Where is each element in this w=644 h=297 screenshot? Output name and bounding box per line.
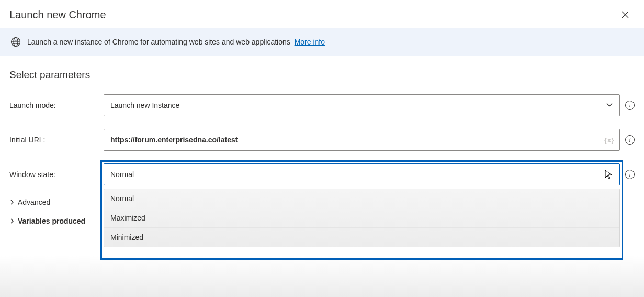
- input-initial-url-value: https://forum.enterprisedna.co/latest: [110, 136, 238, 144]
- expander-variables-label: Variables produced: [18, 217, 85, 225]
- globe-icon: [10, 37, 21, 47]
- info-banner: Launch a new instance of Chrome for auto…: [0, 28, 644, 56]
- select-window-state[interactable]: Normal: [104, 163, 620, 185]
- dialog-title: Launch new Chrome: [9, 9, 106, 21]
- info-icon-window-state[interactable]: i: [625, 170, 635, 179]
- banner-description: Launch a new instance of Chrome for auto…: [27, 38, 290, 46]
- dialog: Launch new Chrome Launch a new instance …: [0, 0, 644, 297]
- row-initial-url: Initial URL: https://forum.enterprisedna…: [9, 129, 635, 151]
- variable-token-icon[interactable]: {x}: [604, 136, 614, 144]
- chevron-right-icon: [9, 198, 15, 206]
- section-title: Select parameters: [9, 69, 635, 81]
- banner-text: Launch a new instance of Chrome for auto…: [27, 38, 325, 46]
- bottom-fade: [0, 255, 644, 297]
- close-icon: [622, 11, 629, 18]
- option-minimized[interactable]: Minimized: [104, 228, 619, 247]
- info-icon-launch-mode[interactable]: i: [625, 101, 635, 110]
- chevron-down-icon: [606, 101, 613, 110]
- dialog-header: Launch new Chrome: [0, 0, 644, 28]
- select-launch-mode[interactable]: Launch new Instance: [104, 94, 620, 116]
- label-launch-mode: Launch mode:: [9, 101, 104, 109]
- option-normal[interactable]: Normal: [104, 189, 619, 208]
- label-initial-url: Initial URL:: [9, 136, 104, 144]
- expander-advanced-label: Advanced: [18, 198, 50, 206]
- select-window-state-value: Normal: [110, 170, 134, 179]
- dropdown-list-window-state: Normal Maximized Minimized: [104, 189, 620, 247]
- select-window-state-wrapper: Normal Normal Maximized Minimized: [104, 163, 620, 185]
- more-info-link[interactable]: More info: [295, 38, 325, 46]
- content-area: Select parameters Launch mode: Launch ne…: [0, 56, 644, 225]
- row-launch-mode: Launch mode: Launch new Instance i: [9, 94, 635, 116]
- cursor-pointer-icon: [604, 169, 614, 180]
- option-maximized[interactable]: Maximized: [104, 208, 619, 228]
- select-launch-mode-value: Launch new Instance: [110, 101, 179, 109]
- info-icon-initial-url[interactable]: i: [625, 135, 635, 145]
- row-window-state: Window state: Normal Normal Maximized Mi…: [9, 163, 635, 185]
- close-button[interactable]: [619, 8, 631, 21]
- input-initial-url[interactable]: https://forum.enterprisedna.co/latest {x…: [104, 129, 620, 151]
- chevron-right-icon: [9, 217, 15, 225]
- label-window-state: Window state:: [9, 170, 104, 179]
